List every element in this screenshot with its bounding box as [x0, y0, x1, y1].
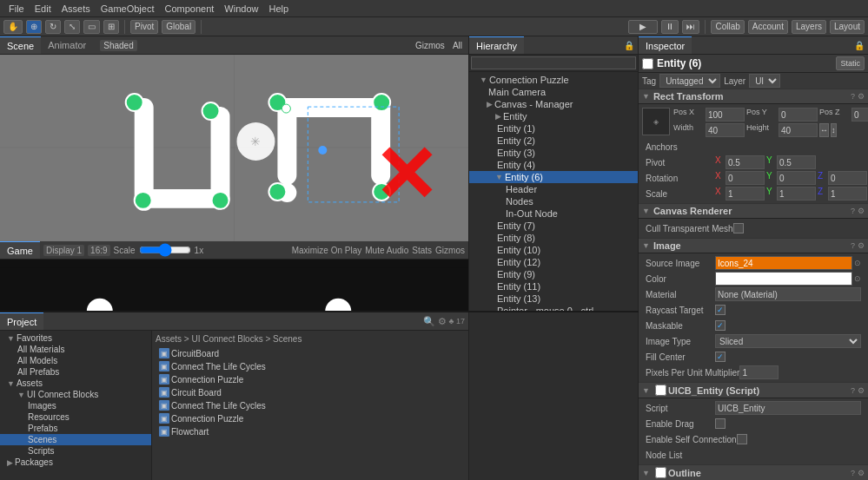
pivot-y-field[interactable]	[777, 155, 816, 169]
entity-active-checkbox[interactable]	[642, 58, 653, 69]
game-tab[interactable]: Game	[0, 241, 40, 259]
inspector-tab[interactable]: Inspector	[639, 36, 692, 54]
project-gear-icon[interactable]: ⚙	[438, 316, 447, 327]
pause-button[interactable]: ⏸	[661, 20, 679, 34]
layout-button[interactable]: Layout	[830, 20, 865, 34]
maximize-btn[interactable]: Maximize On Play	[292, 246, 362, 255]
hier-item-main-camera[interactable]: Main Camera	[469, 86, 638, 98]
proj-scenes[interactable]: Scenes	[0, 434, 151, 445]
rect-expand-btn2[interactable]: ↕	[831, 123, 837, 137]
pos-z-field[interactable]	[851, 108, 868, 122]
image-header[interactable]: ▼ Image ? ⚙	[639, 238, 868, 253]
hier-item-entity8[interactable]: Entity (8)	[469, 232, 638, 244]
display-dropdown[interactable]: Display 1	[43, 245, 84, 256]
hier-item-entity13[interactable]: Entity (13)	[469, 293, 638, 305]
menu-component[interactable]: Component	[159, 3, 219, 14]
material-field[interactable]: None (Material)	[715, 287, 861, 301]
scene-tab[interactable]: Scene	[0, 36, 41, 54]
source-picker[interactable]: ⊙	[854, 259, 861, 267]
move-tool[interactable]: ⊕	[26, 20, 42, 34]
source-image-field[interactable]: Icons_24	[715, 256, 852, 270]
height-field[interactable]	[779, 123, 818, 137]
uicb-header[interactable]: ▼ UICB_Entity (Script) ? ⚙	[639, 382, 868, 398]
stats-btn[interactable]: Stats	[412, 246, 432, 255]
rotate-tool[interactable]: ↻	[45, 20, 61, 34]
maskable-checkbox[interactable]	[715, 320, 726, 331]
image-type-select[interactable]: Sliced	[715, 334, 861, 348]
file-flowchart[interactable]: ▣ Flowchart	[156, 425, 465, 437]
global-button[interactable]: Global	[162, 20, 195, 34]
hier-item-nodes[interactable]: Nodes	[469, 195, 638, 207]
all-btn[interactable]: All	[450, 41, 465, 50]
layer-select[interactable]: UI	[749, 74, 780, 88]
color-picker[interactable]: ⊙	[854, 274, 861, 283]
proj-all-materials[interactable]: All Materials	[0, 344, 151, 355]
mute-btn[interactable]: Mute Audio	[365, 246, 408, 255]
proj-scripts[interactable]: Scripts	[0, 445, 151, 457]
color-field[interactable]	[715, 272, 852, 286]
canvas-question[interactable]: ?	[851, 207, 855, 215]
hier-item-canvas-manager[interactable]: ▶ Canvas - Manager	[469, 98, 638, 110]
hier-item-entity1[interactable]: Entity (1)	[469, 122, 638, 135]
width-field[interactable]	[706, 123, 745, 137]
menu-file[interactable]: File	[3, 3, 30, 14]
canvas-renderer-header[interactable]: ▼ Canvas Renderer ? ⚙	[639, 203, 868, 219]
gizmos-btn[interactable]: Gizmos	[413, 41, 447, 50]
layers-button[interactable]: Layers	[792, 20, 826, 34]
scale-y-field[interactable]	[777, 187, 816, 201]
gizmos-game-btn[interactable]: Gizmos	[435, 246, 465, 255]
menu-help[interactable]: Help	[263, 3, 294, 14]
project-tab[interactable]: Project	[0, 312, 43, 330]
hier-item-entity2[interactable]: Entity (2)	[469, 135, 638, 147]
proj-assets[interactable]: ▼Assets	[0, 378, 151, 389]
scale-slider[interactable]	[139, 246, 191, 254]
uicb-script-field[interactable]: UICB_Entity	[715, 401, 861, 415]
hier-item-entity6[interactable]: ▼ Entity (6)	[469, 171, 638, 183]
project-search-icon[interactable]: 🔍	[423, 316, 435, 327]
menu-gameobject[interactable]: GameObject	[96, 3, 160, 14]
proj-favorites[interactable]: ▼Favorites	[0, 332, 151, 344]
proj-prefabs[interactable]: Prefabs	[0, 423, 151, 434]
proj-ui-connect[interactable]: ▼UI Connect Blocks	[0, 389, 151, 400]
hier-item-entity7[interactable]: Entity (7)	[469, 220, 638, 232]
file-connection-puzzle2[interactable]: ▣ Connection Puzzle	[156, 412, 465, 424]
outline-header[interactable]: ▼ Outline ? ⚙	[639, 464, 868, 480]
shaded-dropdown[interactable]: Shaded	[100, 40, 136, 51]
hier-item-connection-puzzle[interactable]: ▼ Connection Puzzle	[469, 74, 638, 86]
aspect-dropdown[interactable]: 16:9	[88, 245, 109, 256]
hier-item-entity3[interactable]: Entity (3)	[469, 147, 638, 159]
pivot-x-field[interactable]	[726, 155, 765, 169]
file-circuit-board2[interactable]: ▣ Circuit Board	[156, 386, 465, 398]
animator-tab[interactable]: Animator	[41, 36, 93, 54]
pos-y-field[interactable]	[779, 108, 818, 122]
hier-item-entity4[interactable]: Entity (4)	[469, 159, 638, 171]
proj-packages[interactable]: ▶Packages	[0, 457, 151, 468]
outline-question[interactable]: ?	[851, 469, 855, 477]
cull-mesh-checkbox[interactable]	[733, 223, 744, 233]
uicb-checkbox[interactable]	[655, 385, 666, 396]
rot-z-field[interactable]	[828, 171, 867, 185]
menu-window[interactable]: Window	[219, 3, 263, 14]
hier-item-entity[interactable]: ▶ Entity	[469, 110, 638, 122]
rect-transform-header[interactable]: ▼ Rect Transform ? ⚙	[639, 89, 868, 104]
scale-tool[interactable]: ⤡	[64, 20, 80, 34]
proj-resources[interactable]: Resources	[0, 411, 151, 423]
raycast-checkbox[interactable]	[715, 305, 726, 315]
hier-item-entity11[interactable]: Entity (11)	[469, 280, 638, 293]
transform-tool[interactable]: ⊞	[103, 20, 119, 34]
hier-item-entity10[interactable]: Entity (10)	[469, 244, 638, 256]
uicb-settings[interactable]: ⚙	[858, 386, 865, 395]
collab-button[interactable]: Collab	[711, 20, 744, 34]
hier-item-header[interactable]: Header	[469, 183, 638, 195]
menu-edit[interactable]: Edit	[30, 3, 56, 14]
inspector-lock[interactable]: 🔒	[854, 41, 865, 50]
rect-question[interactable]: ?	[851, 92, 855, 101]
hierarchy-lock[interactable]: 🔒	[624, 41, 634, 50]
proj-all-prefabs[interactable]: All Prefabs	[0, 366, 151, 378]
hier-item-in-out-node[interactable]: In-Out Node	[469, 207, 638, 220]
step-button[interactable]: ⏭	[682, 20, 699, 34]
rect-settings[interactable]: ⚙	[858, 92, 865, 101]
uicb-question[interactable]: ?	[851, 386, 855, 395]
hier-item-entity9[interactable]: Entity (9)	[469, 268, 638, 280]
play-button[interactable]: ▶	[628, 20, 658, 34]
